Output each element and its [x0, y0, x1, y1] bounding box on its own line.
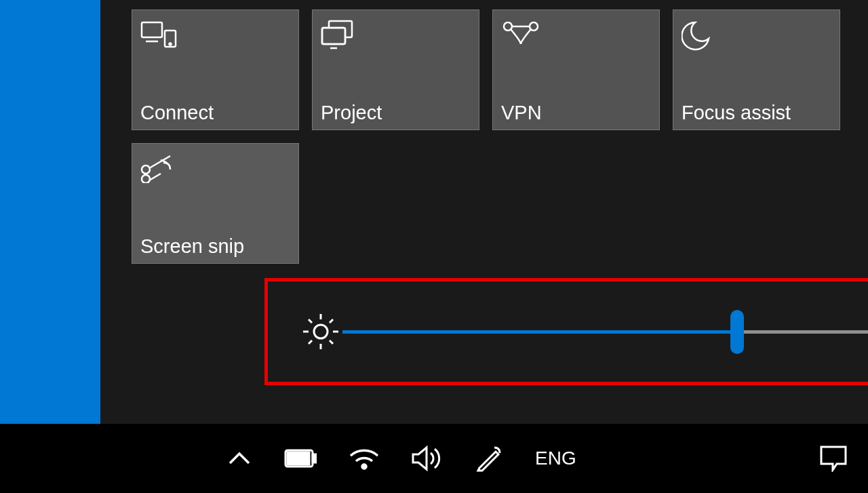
moon-icon [682, 20, 831, 58]
svg-point-10 [142, 165, 150, 174]
connect-tile[interactable]: Connect [132, 9, 299, 130]
focus-assist-tile[interactable]: Focus assist [673, 9, 840, 130]
svg-rect-0 [142, 22, 162, 37]
language-indicator[interactable]: ENG [535, 448, 576, 469]
svg-point-24 [362, 465, 366, 469]
svg-line-18 [330, 340, 333, 344]
action-center-panel: Connect Project [100, 0, 868, 424]
brightness-slider-thumb[interactable] [730, 310, 744, 354]
svg-line-20 [330, 319, 333, 323]
project-icon [321, 20, 471, 58]
svg-rect-22 [313, 454, 316, 462]
vpn-icon [501, 20, 651, 58]
wifi-icon[interactable] [349, 446, 379, 471]
connect-icon [140, 20, 290, 58]
svg-point-3 [170, 43, 172, 45]
system-tray: ENG [227, 445, 576, 472]
svg-point-11 [142, 175, 150, 183]
screen-snip-tile[interactable]: Screen snip [132, 143, 299, 264]
svg-line-19 [309, 340, 312, 344]
project-tile[interactable]: Project [312, 9, 479, 130]
pen-icon[interactable] [475, 445, 502, 472]
svg-point-12 [314, 325, 328, 338]
brightness-slider-highlight [264, 278, 868, 385]
vpn-tile[interactable]: VPN [492, 9, 660, 130]
focus-assist-tile-label: Focus assist [682, 102, 831, 124]
quick-action-tiles: Connect Project [132, 9, 857, 264]
project-tile-label: Project [321, 102, 471, 124]
connect-tile-label: Connect [140, 102, 290, 124]
volume-icon[interactable] [412, 445, 443, 472]
brightness-slider-fill [342, 330, 737, 334]
svg-rect-5 [322, 28, 345, 44]
svg-rect-23 [288, 452, 309, 465]
battery-icon[interactable] [284, 449, 317, 468]
svg-line-17 [309, 319, 312, 323]
desktop-accent-strip [0, 0, 100, 424]
vpn-tile-label: VPN [501, 102, 651, 124]
brightness-slider[interactable] [342, 330, 868, 334]
notification-center-icon[interactable] [819, 445, 848, 472]
scissors-icon [140, 153, 290, 191]
tray-overflow-chevron-icon[interactable] [227, 451, 252, 466]
screen-snip-tile-label: Screen snip [140, 235, 290, 258]
language-text: ENG [535, 448, 576, 469]
taskbar: ENG [0, 424, 868, 493]
brightness-icon [302, 313, 342, 351]
